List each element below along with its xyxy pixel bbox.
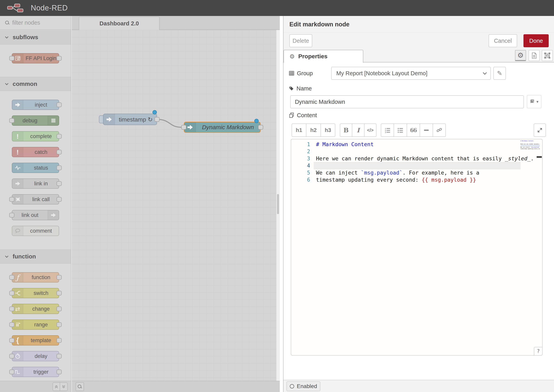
dialog-footer: Enabled xyxy=(283,380,554,392)
category-function[interactable]: function xyxy=(0,249,71,264)
tab-properties[interactable]: ⚙ Properties xyxy=(283,50,363,63)
app-header: Node-RED xyxy=(0,0,554,16)
enabled-state-icon xyxy=(290,384,294,388)
h3-button[interactable]: h3 xyxy=(321,124,335,137)
enabled-toggle-button[interactable]: Enabled xyxy=(287,381,320,391)
collapse-all-button[interactable] xyxy=(53,382,60,391)
palette-node-link-in[interactable]: link in xyxy=(12,178,59,189)
dialog-tab-bar: ⚙ Properties ⚙ xyxy=(283,49,554,63)
output-port[interactable] xyxy=(56,56,62,61)
flow-node-label: timestamp ↻ xyxy=(115,114,157,125)
palette-node-link-call[interactable]: link call xyxy=(12,194,59,204)
flow-canvas[interactable]: timestamp ↻ Dynamic Markdown xyxy=(72,30,276,381)
name-input[interactable] xyxy=(290,95,524,108)
input-port[interactable] xyxy=(9,370,14,374)
palette-node-status[interactable]: status xyxy=(12,163,59,173)
output-port[interactable] xyxy=(56,291,62,295)
palette-node-inject[interactable]: inject xyxy=(12,100,59,110)
category-common[interactable]: common xyxy=(0,77,71,91)
output-port[interactable] xyxy=(56,166,62,170)
output-port[interactable] xyxy=(56,322,62,327)
palette-node-template[interactable]: { template xyxy=(12,335,59,345)
properties-tab-button[interactable]: ⚙ xyxy=(515,50,526,61)
output-port[interactable] xyxy=(56,370,62,374)
h1-button[interactable]: h1 xyxy=(292,124,306,137)
editor-minimap[interactable]: # Markdown Content Here we can render dy… xyxy=(520,140,540,166)
palette-node-comment[interactable]: comment xyxy=(12,226,59,236)
palette-node-change[interactable]: ⇄ change xyxy=(12,304,59,314)
input-port[interactable] xyxy=(9,338,14,343)
done-button[interactable]: Done xyxy=(523,34,549,47)
scrollbar-thumb[interactable] xyxy=(277,194,279,214)
category-subflows[interactable]: subflows xyxy=(0,30,71,44)
palette-node-delay[interactable]: delay xyxy=(12,351,59,361)
output-port[interactable] xyxy=(258,125,263,130)
input-port[interactable] xyxy=(9,213,14,217)
group-select[interactable]: My Report [Notebook Layout Demo] xyxy=(331,67,491,80)
palette-node-complete[interactable]: ! complete xyxy=(12,131,59,141)
palette-search[interactable] xyxy=(0,16,71,30)
appearance-tab-button[interactable] xyxy=(542,50,553,61)
palette-node-link-out[interactable]: link out xyxy=(12,210,59,220)
delete-button[interactable]: Delete xyxy=(289,34,312,47)
palette-node-function[interactable]: ƒ function xyxy=(12,272,59,282)
canvas-vertical-scrollbar[interactable] xyxy=(276,30,280,381)
edit-group-button[interactable]: ✎ xyxy=(493,67,506,80)
input-port[interactable] xyxy=(9,56,14,61)
markdown-list-group: 123 66 xyxy=(381,124,446,137)
h2-button[interactable]: h2 xyxy=(306,124,321,137)
tag-icon xyxy=(289,86,294,91)
insert-link-button[interactable] xyxy=(433,124,446,137)
output-port[interactable] xyxy=(56,338,62,343)
expand-editor-button[interactable] xyxy=(534,124,546,137)
output-port[interactable] xyxy=(56,150,62,154)
name-field-label: Name xyxy=(289,84,312,93)
expand-all-button[interactable] xyxy=(60,382,68,391)
input-port[interactable] xyxy=(9,322,14,327)
chevron-down-icon: ▾ xyxy=(536,99,539,104)
input-port[interactable] xyxy=(9,275,14,280)
pencil-icon: ✎ xyxy=(497,70,502,77)
current-line-highlight xyxy=(314,162,520,169)
description-tab-button[interactable] xyxy=(529,50,540,61)
flow-node-timestamp[interactable]: timestamp ↻ xyxy=(103,114,157,125)
blockquote-button[interactable]: 66 xyxy=(407,124,420,137)
ordered-list-button[interactable]: 123 xyxy=(381,124,394,137)
palette-node-catch[interactable]: ! catch xyxy=(12,147,59,157)
editor-help-button[interactable]: ? xyxy=(534,347,542,355)
input-port[interactable] xyxy=(181,125,186,130)
chevron-down-icon xyxy=(5,82,8,85)
input-port[interactable] xyxy=(9,307,14,311)
output-port[interactable] xyxy=(56,102,62,107)
palette-filter-input[interactable] xyxy=(12,20,71,26)
tab-dashboard-2-0[interactable]: Dashboard 2.0 xyxy=(79,17,160,30)
output-port[interactable] xyxy=(56,181,62,186)
input-port[interactable] xyxy=(9,354,14,358)
output-port[interactable] xyxy=(56,275,62,280)
input-port[interactable] xyxy=(9,197,14,202)
cancel-button[interactable]: Cancel xyxy=(489,34,517,47)
palette-node-switch[interactable]: switch xyxy=(12,288,59,298)
output-port[interactable] xyxy=(56,307,62,311)
code-button[interactable]: </> xyxy=(364,124,377,137)
table-grid-icon xyxy=(289,71,294,76)
wire[interactable] xyxy=(72,30,276,381)
canvas-search-button[interactable] xyxy=(76,382,84,391)
palette-node-debug[interactable]: debug xyxy=(12,115,59,126)
output-port[interactable] xyxy=(56,197,62,202)
palette-node-ff-api-login[interactable]: FF API Login xyxy=(12,53,59,63)
unordered-list-button[interactable] xyxy=(394,124,407,137)
bold-button[interactable]: B xyxy=(340,124,352,137)
italic-button[interactable]: I xyxy=(352,124,364,137)
flow-node-dynamic-markdown[interactable]: Dynamic Markdown xyxy=(184,122,261,133)
palette-node-trigger[interactable]: trigger xyxy=(12,367,59,377)
input-port[interactable] xyxy=(9,291,14,295)
palette-node-range[interactable]: range xyxy=(12,320,59,330)
horizontal-rule-button[interactable] xyxy=(420,124,433,137)
output-port[interactable] xyxy=(56,134,62,139)
markdown-code-editor[interactable]: 1 2 3 4 5 6 # Markdown Content Here we c… xyxy=(291,139,543,356)
input-port[interactable] xyxy=(9,118,14,123)
name-type-button[interactable]: ▾ xyxy=(527,95,541,108)
output-port[interactable] xyxy=(56,354,62,358)
output-port[interactable] xyxy=(154,117,160,122)
